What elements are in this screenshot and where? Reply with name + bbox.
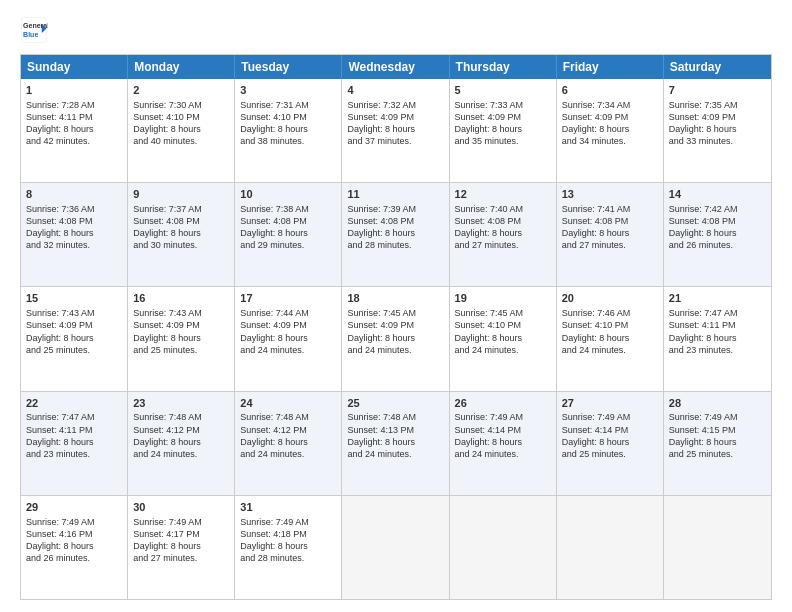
day-number: 2 [133,83,229,98]
day-info-line: Daylight: 8 hours [240,123,336,135]
calendar-row-2: 8Sunrise: 7:36 AMSunset: 4:08 PMDaylight… [21,182,771,286]
day-number: 25 [347,396,443,411]
logo: General Blue [20,16,52,44]
day-info-line: Daylight: 8 hours [347,436,443,448]
header-day-tuesday: Tuesday [235,55,342,79]
day-info-line: and 24 minutes. [133,448,229,460]
day-info-line: Daylight: 8 hours [455,436,551,448]
day-info-line: Sunset: 4:09 PM [133,319,229,331]
day-info-line: Daylight: 8 hours [669,332,766,344]
day-info-line: Daylight: 8 hours [562,123,658,135]
calendar-cell: 16Sunrise: 7:43 AMSunset: 4:09 PMDayligh… [128,287,235,390]
day-number: 30 [133,500,229,515]
day-info-line: Sunrise: 7:49 AM [562,411,658,423]
calendar-cell: 7Sunrise: 7:35 AMSunset: 4:09 PMDaylight… [664,79,771,182]
calendar-cell: 12Sunrise: 7:40 AMSunset: 4:08 PMDayligh… [450,183,557,286]
calendar-cell: 27Sunrise: 7:49 AMSunset: 4:14 PMDayligh… [557,392,664,495]
day-info-line: and 30 minutes. [133,239,229,251]
logo-icon: General Blue [20,16,48,44]
day-info-line: Sunset: 4:12 PM [240,424,336,436]
day-number: 31 [240,500,336,515]
day-info-line: Daylight: 8 hours [347,227,443,239]
day-number: 5 [455,83,551,98]
calendar-header: SundayMondayTuesdayWednesdayThursdayFrid… [21,55,771,79]
calendar-cell: 24Sunrise: 7:48 AMSunset: 4:12 PMDayligh… [235,392,342,495]
calendar-body: 1Sunrise: 7:28 AMSunset: 4:11 PMDaylight… [21,79,771,599]
calendar-cell: 5Sunrise: 7:33 AMSunset: 4:09 PMDaylight… [450,79,557,182]
day-info-line: Sunrise: 7:45 AM [347,307,443,319]
calendar-cell: 4Sunrise: 7:32 AMSunset: 4:09 PMDaylight… [342,79,449,182]
day-info-line: Sunrise: 7:49 AM [133,516,229,528]
day-info-line: Sunrise: 7:49 AM [26,516,122,528]
day-info-line: Sunset: 4:09 PM [455,111,551,123]
day-info-line: and 24 minutes. [240,448,336,460]
day-info-line: Sunset: 4:14 PM [562,424,658,436]
day-info-line: Sunset: 4:09 PM [26,319,122,331]
calendar-cell: 22Sunrise: 7:47 AMSunset: 4:11 PMDayligh… [21,392,128,495]
day-number: 27 [562,396,658,411]
day-number: 17 [240,291,336,306]
day-info-line: Sunrise: 7:49 AM [455,411,551,423]
day-info-line: Sunrise: 7:44 AM [240,307,336,319]
header-day-wednesday: Wednesday [342,55,449,79]
header-day-sunday: Sunday [21,55,128,79]
day-number: 11 [347,187,443,202]
day-info-line: and 37 minutes. [347,135,443,147]
day-info-line: Sunset: 4:08 PM [562,215,658,227]
day-info-line: Daylight: 8 hours [347,332,443,344]
day-info-line: Daylight: 8 hours [133,540,229,552]
day-info-line: Daylight: 8 hours [26,540,122,552]
day-info-line: Sunset: 4:11 PM [26,424,122,436]
day-info-line: and 26 minutes. [26,552,122,564]
calendar-cell: 10Sunrise: 7:38 AMSunset: 4:08 PMDayligh… [235,183,342,286]
calendar-cell: 31Sunrise: 7:49 AMSunset: 4:18 PMDayligh… [235,496,342,599]
day-number: 12 [455,187,551,202]
calendar-cell: 8Sunrise: 7:36 AMSunset: 4:08 PMDaylight… [21,183,128,286]
day-info-line: Daylight: 8 hours [669,227,766,239]
day-info-line: Sunset: 4:10 PM [562,319,658,331]
calendar-cell [557,496,664,599]
day-info-line: Sunrise: 7:46 AM [562,307,658,319]
day-info-line: and 25 minutes. [26,344,122,356]
calendar-cell: 23Sunrise: 7:48 AMSunset: 4:12 PMDayligh… [128,392,235,495]
day-number: 8 [26,187,122,202]
day-info-line: and 24 minutes. [347,448,443,460]
day-info-line: Sunrise: 7:47 AM [26,411,122,423]
day-info-line: Daylight: 8 hours [26,332,122,344]
day-info-line: and 29 minutes. [240,239,336,251]
day-info-line: Sunrise: 7:32 AM [347,99,443,111]
day-info-line: Daylight: 8 hours [240,227,336,239]
day-info-line: and 26 minutes. [669,239,766,251]
day-number: 13 [562,187,658,202]
day-info-line: Sunset: 4:18 PM [240,528,336,540]
day-info-line: Sunrise: 7:42 AM [669,203,766,215]
day-info-line: and 25 minutes. [562,448,658,460]
day-info-line: Sunrise: 7:48 AM [240,411,336,423]
day-info-line: Sunset: 4:09 PM [562,111,658,123]
day-info-line: Sunset: 4:16 PM [26,528,122,540]
day-number: 15 [26,291,122,306]
day-number: 22 [26,396,122,411]
day-info-line: Daylight: 8 hours [240,436,336,448]
day-info-line: Sunset: 4:11 PM [26,111,122,123]
calendar-row-3: 15Sunrise: 7:43 AMSunset: 4:09 PMDayligh… [21,286,771,390]
day-info-line: Sunset: 4:08 PM [240,215,336,227]
day-info-line: and 35 minutes. [455,135,551,147]
day-info-line: and 42 minutes. [26,135,122,147]
calendar-cell: 1Sunrise: 7:28 AMSunset: 4:11 PMDaylight… [21,79,128,182]
day-info-line: and 33 minutes. [669,135,766,147]
svg-text:Blue: Blue [23,31,38,38]
day-number: 18 [347,291,443,306]
day-info-line: Daylight: 8 hours [133,123,229,135]
day-info-line: Daylight: 8 hours [240,332,336,344]
day-info-line: Sunrise: 7:31 AM [240,99,336,111]
day-number: 4 [347,83,443,98]
day-info-line: Sunset: 4:08 PM [455,215,551,227]
day-info-line: and 23 minutes. [669,344,766,356]
calendar-cell: 14Sunrise: 7:42 AMSunset: 4:08 PMDayligh… [664,183,771,286]
day-info-line: and 24 minutes. [455,448,551,460]
day-info-line: Sunset: 4:17 PM [133,528,229,540]
day-info-line: Sunset: 4:09 PM [240,319,336,331]
calendar-cell: 13Sunrise: 7:41 AMSunset: 4:08 PMDayligh… [557,183,664,286]
day-number: 16 [133,291,229,306]
